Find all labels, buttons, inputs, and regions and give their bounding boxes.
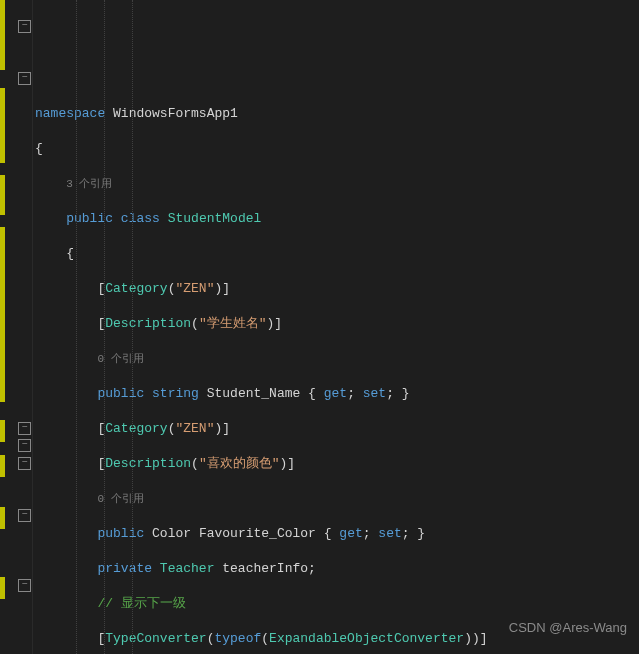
attribute: TypeConverter <box>105 631 206 646</box>
type: Color <box>152 526 191 541</box>
attribute: Category <box>105 421 167 436</box>
fold-minus-icon[interactable]: − <box>18 579 31 592</box>
type: ExpandableObjectConverter <box>269 631 464 646</box>
change-marker <box>0 227 5 402</box>
code-area[interactable]: namespace WindowsFormsApp1 { 3 个引用 publi… <box>33 0 639 654</box>
change-marker <box>0 0 5 70</box>
change-marker <box>0 88 5 163</box>
change-marker <box>0 577 5 599</box>
fold-minus-icon[interactable]: − <box>18 72 31 85</box>
fold-minus-icon[interactable]: − <box>18 20 31 33</box>
keyword: string <box>152 386 199 401</box>
keyword: class <box>121 211 160 226</box>
keyword: set <box>378 526 401 541</box>
keyword: public <box>66 211 113 226</box>
string-literal: "ZEN" <box>175 281 214 296</box>
watermark: CSDN @Ares-Wang <box>509 619 627 637</box>
fold-minus-icon[interactable]: − <box>18 509 31 522</box>
string-literal: "喜欢的颜色" <box>199 456 280 471</box>
attribute: Description <box>105 316 191 331</box>
type: Teacher <box>160 561 215 576</box>
change-marker <box>0 455 5 477</box>
property-name: Student_Name <box>207 386 301 401</box>
change-marker <box>0 175 5 215</box>
string-literal: "ZEN" <box>175 421 214 436</box>
change-marker <box>0 420 5 442</box>
comment: // 显示下一级 <box>97 596 185 611</box>
attribute: Category <box>105 281 167 296</box>
keyword: get <box>324 386 347 401</box>
keyword: set <box>363 386 386 401</box>
string-literal: "学生姓名" <box>199 316 267 331</box>
fold-minus-icon[interactable]: − <box>18 422 31 435</box>
fold-minus-icon[interactable]: − <box>18 439 31 452</box>
class-name: StudentModel <box>168 211 262 226</box>
change-marker <box>0 507 5 529</box>
editor-margin: − − − − − − − <box>0 0 33 654</box>
field-name: teacherInfo <box>222 561 308 576</box>
attribute: Description <box>105 456 191 471</box>
keyword: typeof <box>214 631 261 646</box>
code-editor: − − − − − − − namespace WindowsFormsApp1… <box>0 0 639 654</box>
keyword: get <box>339 526 362 541</box>
property-name: Favourite_Color <box>199 526 316 541</box>
keyword: namespace <box>35 106 105 121</box>
fold-minus-icon[interactable]: − <box>18 457 31 470</box>
